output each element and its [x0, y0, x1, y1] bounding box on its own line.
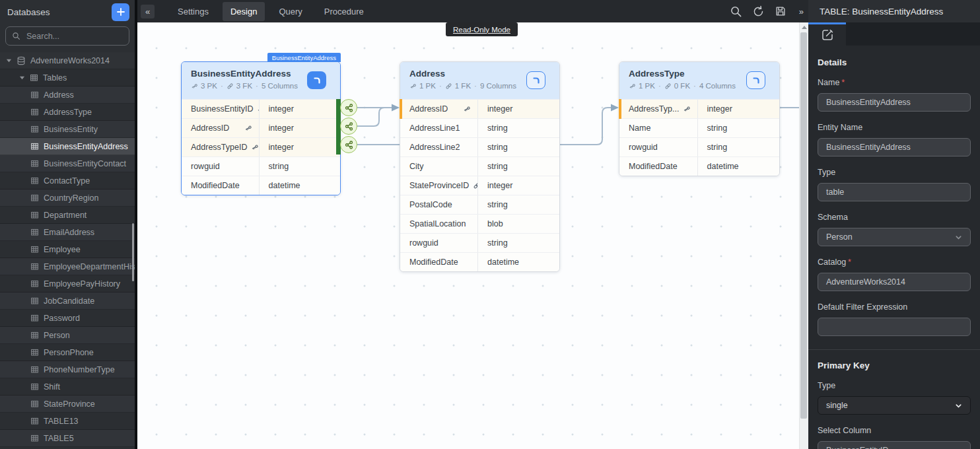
column-row[interactable]: PostalCodestring — [400, 195, 559, 214]
sidebar-item-contacttype[interactable]: ContactType — [0, 172, 135, 190]
column-row[interactable]: AddressIDinteger — [182, 118, 340, 137]
column-row[interactable]: BusinessEntityIDinteger — [182, 99, 340, 118]
fk-target-marker — [619, 99, 621, 119]
sidebar-item-emailaddress[interactable]: EmailAddress — [0, 224, 135, 241]
table-node-address[interactable]: Address1 PK·1 FK·9 ColumnsAddressIDinteg… — [400, 61, 560, 272]
column-row[interactable]: rowguidstring — [400, 233, 559, 252]
pk-count: 1 PK — [419, 82, 436, 90]
type-select[interactable]: single — [818, 396, 971, 415]
sidebar-item-jobcandidate[interactable]: JobCandidate — [0, 293, 135, 310]
tab-design[interactable]: Design — [223, 2, 265, 21]
foreign-key-icon — [227, 83, 234, 90]
sidebar-item-person[interactable]: Person — [0, 327, 135, 344]
panel-header-title: TABLE: BusinessEntityAddress — [820, 7, 943, 17]
refresh-button[interactable] — [752, 5, 765, 18]
entity-name-input[interactable]: BusinessEntityAddress — [818, 138, 971, 156]
column-row[interactable]: AddressTypeIDinteger — [182, 137, 340, 156]
scrollbar-thumb[interactable] — [800, 32, 807, 419]
key-icon — [683, 105, 691, 113]
sidebar-item-stateprovince[interactable]: StateProvince — [0, 396, 135, 413]
sidebar-item-personphone[interactable]: PersonPhone — [0, 344, 135, 361]
table-icon — [30, 314, 39, 322]
arrowhead-to-addresstype — [611, 104, 619, 112]
required-asterisk: * — [841, 78, 845, 87]
sidebar-item-table13[interactable]: TABLE13 — [0, 413, 135, 430]
relationships-button[interactable] — [307, 71, 326, 89]
tree-node-tables-group[interactable]: Tables — [0, 69, 135, 86]
name-input[interactable]: BusinessEntityAddress — [818, 93, 971, 112]
toolbar-actions: » — [730, 5, 808, 18]
sidebar-item-addresstype[interactable]: AddressType — [0, 104, 135, 121]
sidebar-item-department[interactable]: Department — [0, 207, 135, 224]
column-row[interactable]: SpatialLocationblob — [400, 214, 559, 233]
sidebar-item-businessentitycontact[interactable]: BusinessEntityContact — [0, 155, 135, 172]
table-node-addresstype[interactable]: AddressType1 PK·0 FK·4 ColumnsAddressTyp… — [619, 61, 780, 176]
sidebar-item-employeedepartmenthistory[interactable]: EmployeeDepartmentHistory — [0, 258, 135, 275]
sidebar-item-table5[interactable]: TABLE5 — [0, 430, 135, 447]
tab-edit[interactable] — [808, 22, 846, 46]
sidebar-item-address[interactable]: Address — [0, 86, 135, 104]
search-input[interactable] — [5, 26, 129, 46]
tab-procedure[interactable]: Procedure — [316, 2, 372, 21]
tree-node-database[interactable]: AdventureWorks2014 — [0, 52, 135, 69]
details-heading: Details — [818, 57, 971, 67]
table-icon — [30, 399, 39, 408]
fk-target-marker — [400, 99, 402, 119]
sidebar-item-businessentityaddress[interactable]: BusinessEntityAddress — [0, 138, 135, 155]
table-icon — [30, 434, 39, 442]
type-input[interactable]: table — [818, 183, 971, 201]
scroll-up-button[interactable] — [800, 22, 808, 32]
expand-panel-button[interactable]: » — [799, 7, 804, 17]
column-row[interactable]: rowguidstring — [619, 137, 779, 156]
edit-icon — [821, 28, 834, 42]
relation-handle[interactable] — [340, 99, 357, 116]
plus-icon — [116, 7, 125, 17]
column-row[interactable]: AddressIDinteger — [400, 99, 559, 118]
select-column-select[interactable]: BusinessEntityID — [818, 441, 971, 449]
schema-select[interactable]: Person — [818, 228, 971, 246]
save-button[interactable] — [775, 5, 787, 17]
view-tabs: SettingsDesignQueryProcedure — [170, 2, 372, 21]
sidebar-item-employee[interactable]: Employee — [0, 241, 135, 258]
column-row[interactable]: ModifiedDatedatetime — [400, 252, 559, 271]
column-row[interactable]: rowguidstring — [182, 156, 340, 176]
sidebar-item-countryregion[interactable]: CountryRegion — [0, 190, 135, 207]
table-icon — [30, 245, 39, 254]
relation-handle[interactable] — [340, 136, 357, 153]
field-catalog: Catalog*AdventureWorks2014 — [818, 258, 971, 291]
sidebar-scrollbar[interactable] — [132, 223, 134, 281]
field-label-text: Name — [818, 78, 839, 87]
add-database-button[interactable] — [112, 3, 129, 21]
sidebar-item-employeepayhistory[interactable]: EmployeePayHistory — [0, 275, 135, 293]
search-field[interactable] — [25, 31, 107, 42]
sidebar-item-phonenumbertype[interactable]: PhoneNumberType — [0, 361, 135, 378]
column-row[interactable]: AddressLine1string — [400, 118, 559, 137]
column-row[interactable]: StateProvinceIDinteger — [400, 176, 559, 195]
collapse-sidebar-button[interactable]: « — [141, 5, 155, 18]
properties-form: DetailsName*BusinessEntityAddressEntity … — [808, 46, 980, 449]
relation-handle[interactable] — [340, 118, 357, 135]
column-row[interactable]: AddressTyp...integer — [619, 99, 779, 118]
table-icon — [30, 348, 39, 357]
field-label-text: Type — [818, 381, 835, 390]
sidebar-item-shift[interactable]: Shift — [0, 378, 135, 396]
columns-count: 5 Columns — [262, 82, 298, 90]
default-filter-expression-input[interactable] — [818, 318, 971, 336]
column-row[interactable]: ModifiedDatedatetime — [619, 156, 779, 176]
column-row[interactable]: Citystring — [400, 156, 559, 176]
tab-query[interactable]: Query — [271, 2, 310, 21]
table-icon — [30, 159, 39, 168]
relationships-button[interactable] — [526, 71, 545, 89]
relationships-button[interactable] — [746, 71, 765, 89]
column-row[interactable]: ModifiedDatedatetime — [182, 176, 340, 195]
canvas-scrollbar[interactable] — [799, 22, 808, 449]
sidebar-item-password[interactable]: Password — [0, 310, 135, 327]
search-diagram-button[interactable] — [730, 5, 742, 18]
table-node-businessentityaddress[interactable]: BusinessEntityAddressBusinessEntityAddre… — [181, 61, 341, 195]
tab-settings[interactable]: Settings — [170, 2, 217, 21]
diagram-canvas[interactable]: BusinessEntityAddressBusinessEntityAddre… — [137, 22, 808, 449]
catalog-input[interactable]: AdventureWorks2014 — [818, 273, 971, 291]
sidebar-item-businessentity[interactable]: BusinessEntity — [0, 121, 135, 138]
column-row[interactable]: AddressLine2string — [400, 137, 559, 156]
column-row[interactable]: Namestring — [619, 118, 779, 137]
